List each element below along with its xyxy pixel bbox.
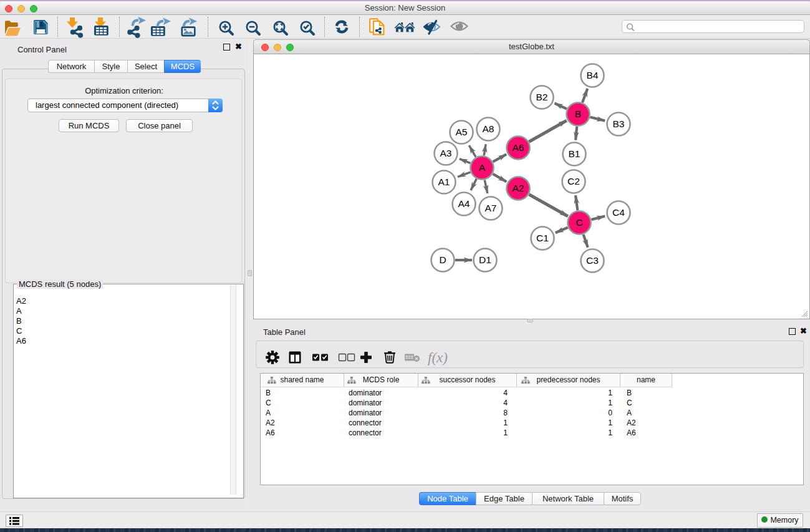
svg-text:B3: B3 xyxy=(613,118,625,129)
svg-text:B4: B4 xyxy=(587,70,599,80)
svg-text:A: A xyxy=(479,162,486,173)
svg-text:C3: C3 xyxy=(586,255,599,266)
svg-text:f(x): f(x) xyxy=(428,350,448,365)
svg-text:A2: A2 xyxy=(513,183,524,193)
svg-text:C1: C1 xyxy=(536,233,549,243)
svg-text:C4: C4 xyxy=(612,207,625,218)
svg-text:D: D xyxy=(439,254,446,265)
svg-text:A7: A7 xyxy=(485,203,497,213)
svg-text:B2: B2 xyxy=(536,92,548,102)
svg-text:A4: A4 xyxy=(458,198,470,209)
svg-text:A8: A8 xyxy=(483,123,494,134)
svg-text:B1: B1 xyxy=(569,148,581,159)
svg-text:C: C xyxy=(576,217,582,228)
svg-text:A6: A6 xyxy=(513,142,524,153)
svg-text:A1: A1 xyxy=(438,177,450,187)
svg-text:B: B xyxy=(575,109,581,119)
svg-text:C2: C2 xyxy=(567,176,580,186)
svg-text:A5: A5 xyxy=(456,127,468,137)
svg-text:D1: D1 xyxy=(479,254,491,265)
svg-text:A3: A3 xyxy=(440,148,452,158)
